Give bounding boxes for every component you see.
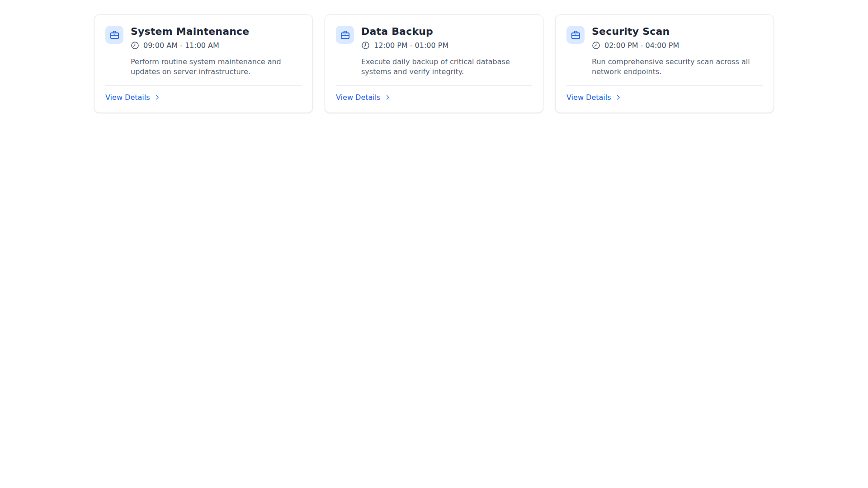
card-time: 09:00 AM - 11:00 AM bbox=[143, 41, 219, 50]
view-details-label: View Details bbox=[566, 93, 611, 102]
task-cards-grid: System Maintenance 09:00 AM - 11:00 AM P… bbox=[0, 0, 868, 113]
chevron-right-icon bbox=[615, 94, 622, 101]
card-header: System Maintenance 09:00 AM - 11:00 AM bbox=[105, 26, 302, 50]
briefcase-icon bbox=[340, 30, 350, 40]
time-row: 12:00 PM - 01:00 PM bbox=[361, 41, 448, 50]
view-details-label: View Details bbox=[336, 93, 381, 102]
card-header: Data Backup 12:00 PM - 01:00 PM bbox=[336, 26, 532, 50]
card-description: Execute daily backup of critical databas… bbox=[361, 57, 532, 77]
clock-icon bbox=[361, 41, 370, 50]
task-card: System Maintenance 09:00 AM - 11:00 AM P… bbox=[94, 14, 313, 113]
icon-badge bbox=[336, 26, 354, 44]
card-description: Run comprehensive security scan across a… bbox=[592, 57, 763, 77]
card-divider bbox=[336, 85, 532, 86]
chevron-right-icon bbox=[384, 94, 391, 101]
clock-icon bbox=[592, 41, 600, 50]
card-divider bbox=[566, 85, 763, 86]
card-description: Perform routine system maintenance and u… bbox=[131, 57, 302, 77]
card-divider bbox=[105, 85, 302, 86]
view-details-link[interactable]: View Details bbox=[105, 93, 160, 102]
clock-icon bbox=[131, 41, 139, 50]
card-time: 02:00 PM - 04:00 PM bbox=[604, 41, 679, 50]
task-card: Data Backup 12:00 PM - 01:00 PM Execute … bbox=[325, 14, 543, 113]
card-title: Security Scan bbox=[592, 26, 679, 38]
time-row: 02:00 PM - 04:00 PM bbox=[592, 41, 679, 50]
icon-badge bbox=[105, 26, 123, 44]
view-details-link[interactable]: View Details bbox=[336, 93, 391, 102]
view-details-link[interactable]: View Details bbox=[566, 93, 622, 102]
card-header-text: System Maintenance 09:00 AM - 11:00 AM bbox=[131, 26, 249, 50]
chevron-right-icon bbox=[154, 94, 160, 101]
task-card: Security Scan 02:00 PM - 04:00 PM Run co… bbox=[555, 14, 774, 113]
card-title: Data Backup bbox=[361, 26, 448, 38]
briefcase-icon bbox=[571, 30, 581, 40]
icon-badge bbox=[566, 26, 585, 44]
briefcase-icon bbox=[109, 30, 120, 40]
card-header-text: Security Scan 02:00 PM - 04:00 PM bbox=[592, 26, 679, 50]
card-header-text: Data Backup 12:00 PM - 01:00 PM bbox=[361, 26, 448, 50]
view-details-label: View Details bbox=[105, 93, 150, 102]
link-row: View Details bbox=[566, 93, 763, 102]
link-row: View Details bbox=[105, 93, 302, 102]
time-row: 09:00 AM - 11:00 AM bbox=[131, 41, 249, 50]
link-row: View Details bbox=[336, 93, 532, 102]
card-title: System Maintenance bbox=[131, 26, 249, 38]
card-header: Security Scan 02:00 PM - 04:00 PM bbox=[566, 26, 763, 50]
card-time: 12:00 PM - 01:00 PM bbox=[374, 41, 448, 50]
